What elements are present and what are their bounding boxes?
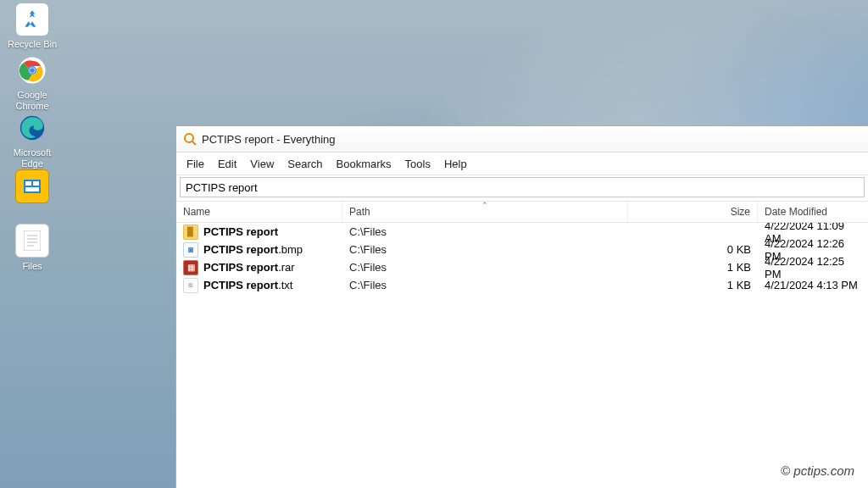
desktop-icon-chrome[interactable]: Google Chrome [5,54,59,112]
svg-point-3 [30,68,35,73]
file-size: 0 KB [628,241,758,258]
file-path: C:\Files [342,258,628,276]
desktop-icon-recycle-bin[interactable]: Recycle Bin [5,3,59,50]
menu-edit[interactable]: Edit [211,154,243,174]
desktop-icon-label: Recycle Bin [5,39,59,50]
file-size: 1 KB [628,258,758,276]
menu-search[interactable]: Search [281,154,329,174]
file-name: PCTIPS report.rar [203,261,295,274]
file-type-icon: ▦ [183,260,198,275]
file-path: C:\Files [342,241,628,258]
titlebar[interactable]: PCTIPS report - Everything [176,126,868,152]
chrome-icon [16,54,48,86]
file-name: PCTIPS report.bmp [203,243,303,256]
file-size [628,223,758,241]
result-row[interactable]: ≡PCTIPS report.txtC:\Files1 KB4/21/2024 … [176,276,868,294]
desktop-icon-edge[interactable]: Microsoft Edge [5,112,59,169]
menubar: File Edit View Search Bookmarks Tools He… [176,152,868,175]
file-name: PCTIPS report [203,225,278,238]
column-header-size[interactable]: Size [628,202,758,222]
menu-tools[interactable]: Tools [398,154,437,174]
everything-window: PCTIPS report - Everything File Edit Vie… [175,125,868,488]
svg-rect-9 [24,230,41,251]
svg-rect-7 [33,181,39,186]
file-type-icon: ▉ [183,225,198,240]
menu-bookmarks[interactable]: Bookmarks [330,154,398,174]
menu-file[interactable]: File [180,154,211,174]
app-icon [15,169,49,203]
recycle-bin-icon [16,3,48,36]
result-row[interactable]: ▦PCTIPS report.rarC:\Files1 KB4/22/2024 … [176,258,868,276]
svg-rect-6 [25,181,31,186]
menu-view[interactable]: View [243,154,281,174]
file-date: 4/22/2024 12:25 PM [758,258,868,276]
desktop-icon-files[interactable]: Files [5,224,59,272]
search-box[interactable] [180,177,865,197]
edge-icon [16,112,48,144]
svg-line-15 [192,141,197,146]
text-file-icon [15,224,49,258]
menu-help[interactable]: Help [437,154,474,174]
file-name: PCTIPS report.txt [203,279,292,291]
desktop-icon-label: Google Chrome [5,90,59,112]
desktop-icon-label: Files [5,261,59,272]
desktop-icon-app[interactable] [5,169,59,207]
search-input[interactable] [181,181,864,194]
column-header-path-label: Path [349,206,370,218]
svg-rect-8 [25,187,39,191]
file-type-icon: ≡ [183,278,198,293]
file-path: C:\Files [342,276,628,294]
results-list: ▉PCTIPS reportC:\Files4/22/2024 11:09 AM… [176,223,868,488]
watermark: © pctips.com [781,463,854,478]
file-type-icon: ◙ [183,242,198,258]
column-header-path[interactable]: Path ⌃ [342,202,628,222]
file-date: 4/21/2024 4:13 PM [758,276,868,294]
column-header-date[interactable]: Date Modified [758,202,868,222]
sort-ascending-icon: ⌃ [481,201,488,209]
desktop-icon-label: Microsoft Edge [5,147,59,169]
file-size: 1 KB [628,276,758,294]
column-header-name[interactable]: Name [176,202,342,222]
column-headers: Name Path ⌃ Size Date Modified [176,201,868,223]
window-title: PCTIPS report - Everything [202,133,336,146]
everything-app-icon [183,132,197,146]
file-path: C:\Files [342,223,628,241]
